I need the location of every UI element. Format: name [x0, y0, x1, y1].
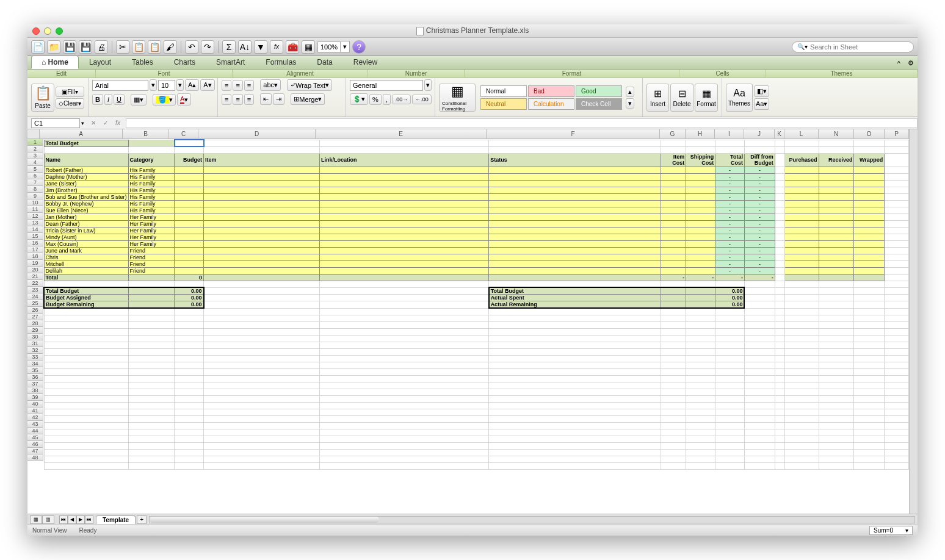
row-header-34[interactable]: 34	[27, 361, 43, 367]
styles-scroll-down[interactable]: ▾	[626, 98, 634, 109]
row-header-4[interactable]: 4	[27, 159, 43, 166]
font-color-button[interactable]: A▾	[177, 93, 191, 106]
status-sum[interactable]: Sum=0 ▾	[869, 526, 913, 535]
fx-button[interactable]: fx	[112, 118, 123, 128]
row-header-39[interactable]: 39	[27, 394, 43, 401]
column-header-D[interactable]: D	[198, 129, 316, 139]
row-header-7[interactable]: 7	[27, 179, 43, 186]
format-button[interactable]: ▦Format	[695, 84, 718, 112]
fill-color-button[interactable]: 🪣▾	[153, 94, 176, 106]
autosum-icon[interactable]: Σ	[222, 40, 236, 54]
prev-sheet-button[interactable]: ◀	[68, 515, 76, 524]
copy-icon[interactable]: 📋	[132, 40, 145, 54]
row-header-24[interactable]: 24	[27, 293, 43, 300]
row-header-38[interactable]: 38	[27, 387, 43, 394]
ribbon-options-button[interactable]: ⚙	[904, 57, 918, 69]
sheet-tab-template[interactable]: Template	[96, 515, 136, 524]
align-left-button[interactable]: ≡	[222, 94, 231, 105]
paste-button[interactable]: 📋Paste	[31, 84, 54, 112]
toolbox-icon[interactable]: 🧰	[286, 40, 299, 54]
new-file-icon[interactable]: 📄	[31, 40, 45, 54]
wrap-text-button[interactable]: ⤶ Wrap Text ▾	[287, 79, 332, 91]
last-sheet-button[interactable]: ⏭	[85, 515, 93, 524]
row-header-43[interactable]: 43	[27, 421, 43, 428]
row-header-19[interactable]: 19	[27, 260, 43, 267]
row-header-8[interactable]: 8	[27, 186, 43, 193]
style-check-cell[interactable]: Check Cell	[576, 98, 622, 110]
help-icon[interactable]: ?	[352, 40, 366, 54]
row-header-33[interactable]: 33	[27, 354, 43, 361]
column-header-B[interactable]: B	[123, 129, 169, 139]
column-header-L[interactable]: L	[784, 129, 819, 139]
row-header-21[interactable]: 21	[27, 273, 43, 280]
align-bottom-button[interactable]: ≡	[244, 80, 254, 91]
row-header-22[interactable]: 22	[27, 280, 43, 287]
column-header-F[interactable]: F	[487, 129, 660, 139]
formula-input[interactable]	[126, 118, 918, 128]
row-header-5[interactable]: 5	[27, 166, 43, 173]
row-header-46[interactable]: 46	[27, 441, 43, 448]
italic-button[interactable]: I	[104, 94, 112, 105]
number-format-input[interactable]	[350, 80, 423, 91]
align-right-button[interactable]: ≡	[244, 94, 254, 105]
row-header-30[interactable]: 30	[27, 334, 43, 340]
row-header-16[interactable]: 16	[27, 240, 43, 246]
align-top-button[interactable]: ≡	[222, 80, 231, 91]
tab-review[interactable]: Review	[343, 56, 388, 69]
save2-icon[interactable]: 💾	[79, 40, 92, 54]
row-header-17[interactable]: 17	[27, 246, 43, 253]
tab-formulas[interactable]: Formulas	[255, 56, 306, 69]
sort-icon[interactable]: A↓	[238, 40, 252, 54]
undo-icon[interactable]: ↶	[185, 40, 198, 54]
row-header-10[interactable]: 10	[27, 199, 43, 206]
style-neutral[interactable]: Neutral	[480, 98, 527, 110]
row-header-14[interactable]: 14	[27, 226, 43, 233]
decrease-font-button[interactable]: A▾	[200, 79, 214, 91]
row-header-12[interactable]: 12	[27, 213, 43, 220]
collapse-ribbon-button[interactable]: ^	[894, 58, 904, 69]
row-header-37[interactable]: 37	[27, 381, 43, 387]
row-header-11[interactable]: 11	[27, 206, 43, 213]
column-header-O[interactable]: O	[854, 129, 885, 139]
tab-data[interactable]: Data	[306, 56, 342, 69]
page-layout-button[interactable]: ▥	[42, 515, 54, 524]
add-sheet-button[interactable]: +	[137, 515, 147, 524]
spreadsheet-grid[interactable]: ABCDEFGHIJKLNOP 123456789101112131415161…	[27, 129, 918, 514]
tab-layout[interactable]: Layout	[79, 56, 121, 69]
row-header-15[interactable]: 15	[27, 233, 43, 240]
bold-button[interactable]: B	[92, 94, 103, 105]
style-normal[interactable]: Normal	[480, 85, 527, 97]
column-header-P[interactable]: P	[885, 129, 909, 139]
theme-colors-button[interactable]: ◧▾	[754, 85, 769, 97]
row-header-29[interactable]: 29	[27, 327, 43, 334]
number-format-dropdown[interactable]: ▾	[424, 79, 432, 91]
decrease-indent-button[interactable]: ⇤	[260, 93, 272, 105]
currency-button[interactable]: 💲▾	[350, 93, 368, 105]
font-name-dropdown[interactable]: ▾	[150, 79, 157, 91]
fill-button[interactable]: ▣ Fill ▾	[56, 87, 84, 97]
row-header-32[interactable]: 32	[27, 347, 43, 354]
orientation-button[interactable]: abc▾	[260, 79, 281, 91]
row-header-47[interactable]: 47	[27, 448, 43, 454]
tab-home[interactable]: Home	[31, 56, 79, 69]
percent-button[interactable]: %	[369, 94, 382, 105]
column-header-N[interactable]: N	[819, 129, 854, 139]
horizontal-scrollbar[interactable]	[149, 516, 915, 523]
row-header-26[interactable]: 26	[27, 307, 43, 314]
font-name-input[interactable]	[92, 80, 148, 91]
search-input[interactable]	[810, 43, 908, 51]
fx-icon[interactable]: fx	[270, 40, 283, 54]
select-all-corner[interactable]	[27, 129, 40, 139]
font-size-dropdown[interactable]: ▾	[176, 79, 184, 91]
align-middle-button[interactable]: ≡	[233, 80, 242, 91]
conditional-formatting-button[interactable]: ▦Conditional Formatting	[439, 84, 476, 112]
styles-scroll-up[interactable]: ▴	[626, 87, 634, 97]
column-header-G[interactable]: G	[660, 129, 686, 139]
column-header-I[interactable]: I	[715, 129, 744, 139]
zoom-control[interactable]: 100%▾	[317, 41, 350, 52]
border-button[interactable]: ▦▾	[131, 94, 147, 106]
row-header-1[interactable]: 1	[27, 139, 43, 146]
tab-tables[interactable]: Tables	[121, 56, 164, 69]
cut-icon[interactable]: ✂	[116, 40, 129, 54]
merge-button[interactable]: ⊞ Merge ▾	[291, 93, 325, 105]
